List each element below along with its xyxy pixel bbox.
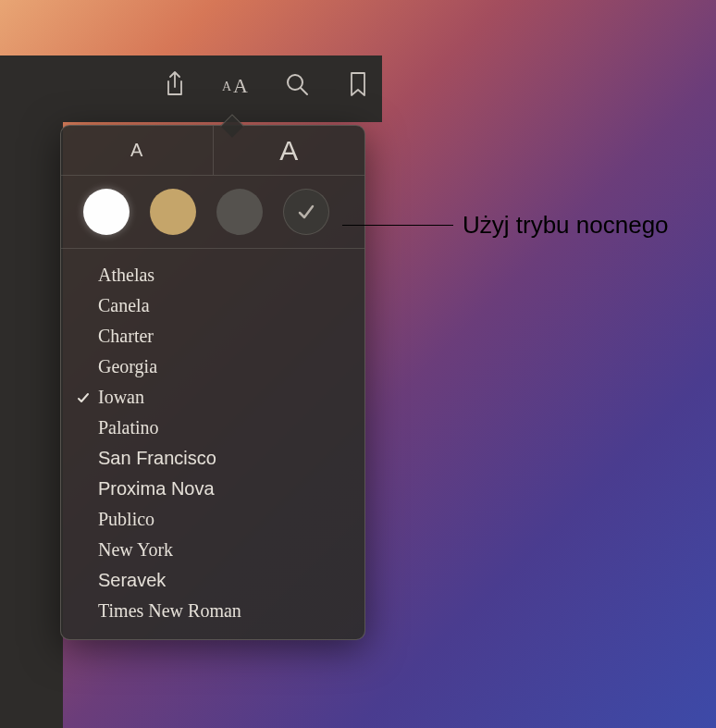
- font-name-label: Proxima Nova: [98, 478, 342, 500]
- text-size-smaller[interactable]: A: [61, 126, 214, 175]
- font-item-charter[interactable]: Charter: [61, 321, 364, 352]
- callout-line: [342, 225, 453, 226]
- search-button[interactable]: [279, 67, 315, 102]
- text-size-large-label: A: [279, 135, 298, 167]
- theme-night[interactable]: [283, 189, 329, 235]
- font-name-label: Publico: [98, 509, 342, 530]
- checkmark-icon: [76, 390, 98, 405]
- window-sidebar: [0, 122, 63, 728]
- font-item-canela[interactable]: Canela: [61, 290, 364, 321]
- font-name-label: Canela: [98, 295, 342, 316]
- font-name-label: Palatino: [98, 417, 342, 438]
- appearance-button[interactable]: A A: [218, 67, 253, 102]
- text-size-row: A A: [61, 126, 364, 176]
- font-list: AthelasCanelaCharterGeorgiaIowanPalatino…: [61, 249, 364, 626]
- font-item-proxima-nova[interactable]: Proxima Nova: [61, 474, 364, 504]
- svg-text:A: A: [233, 74, 248, 96]
- callout-night-mode: Użyj trybu nocnego: [463, 211, 669, 240]
- text-size-small-label: A: [130, 140, 142, 161]
- font-item-new-york[interactable]: New York: [61, 535, 364, 565]
- font-item-iowan[interactable]: Iowan: [61, 382, 364, 413]
- font-item-seravek[interactable]: Seravek: [61, 565, 364, 596]
- font-name-label: Athelas: [98, 265, 342, 286]
- appearance-icon: A A: [220, 72, 252, 96]
- font-name-label: Times New Roman: [98, 600, 342, 622]
- search-icon: [285, 72, 309, 96]
- toolbar: A A: [157, 67, 376, 102]
- font-name-label: Iowan: [98, 387, 342, 408]
- bookmark-icon: [349, 71, 367, 97]
- font-item-palatino[interactable]: Palatino: [61, 413, 364, 443]
- font-name-label: Georgia: [98, 356, 342, 377]
- font-item-san-francisco[interactable]: San Francisco: [61, 443, 364, 474]
- theme-gray[interactable]: [216, 189, 263, 235]
- theme-white[interactable]: [83, 189, 130, 235]
- theme-row: [61, 176, 364, 249]
- font-name-label: New York: [98, 539, 342, 561]
- font-item-georgia[interactable]: Georgia: [61, 352, 364, 382]
- checkmark-icon: [296, 202, 316, 222]
- font-item-athelas[interactable]: Athelas: [61, 260, 364, 290]
- theme-sepia[interactable]: [150, 189, 196, 235]
- font-item-publico[interactable]: Publico: [61, 504, 364, 535]
- bookmark-button[interactable]: [340, 67, 376, 102]
- font-name-label: Seravek: [98, 570, 342, 591]
- font-item-times-new-roman[interactable]: Times New Roman: [61, 596, 364, 626]
- font-name-label: San Francisco: [98, 448, 342, 469]
- font-name-label: Charter: [98, 326, 342, 347]
- appearance-popover: A A AthelasCanelaCharterGeorgiaIowanPala…: [60, 125, 365, 640]
- share-icon: [164, 70, 186, 98]
- svg-text:A: A: [222, 80, 232, 93]
- share-button[interactable]: [157, 67, 192, 102]
- svg-line-3: [301, 88, 307, 94]
